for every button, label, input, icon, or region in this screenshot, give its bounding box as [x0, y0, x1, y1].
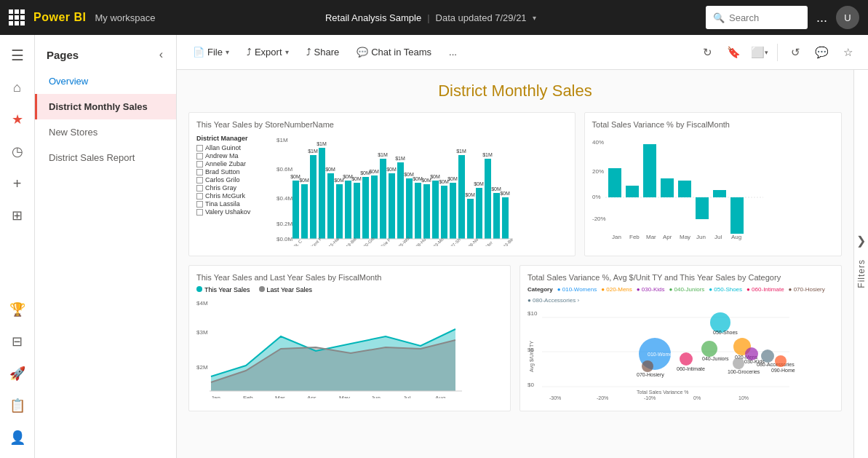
more-options-button[interactable]: ...: [813, 7, 830, 28]
pages-panel: Pages ‹ Overview District Monthly Sales …: [35, 35, 177, 458]
page-item-district-sales[interactable]: District Sales Report: [35, 145, 176, 170]
svg-rect-81: [730, 197, 744, 234]
avatar[interactable]: U: [836, 6, 859, 29]
report-title-bar: Retail Analysis Sample | Data updated 7/…: [164, 12, 697, 23]
topbar-right: 🔍 ... U: [706, 6, 859, 29]
page-item-new-stores[interactable]: New Stores: [35, 119, 176, 145]
toolbar-separator: [777, 44, 778, 61]
file-button[interactable]: 📄 File ▾: [186, 42, 236, 62]
bar-chart-svg: $1M $0.6M $0.4M $0.2M $0.0M $0M $0M: [276, 133, 538, 246]
export-button[interactable]: ⤴ Export ▾: [239, 42, 296, 62]
chat-teams-button[interactable]: 💬 Chat in Teams: [349, 42, 439, 62]
variance-chart-svg: 40% 20% 0% -20%: [592, 133, 767, 246]
svg-text:$0M: $0M: [369, 169, 379, 174]
svg-text:$0.2M: $0.2M: [276, 221, 293, 227]
svg-text:$0M: $0M: [500, 191, 510, 196]
svg-text:$1M: $1M: [395, 156, 405, 161]
svg-rect-11: [319, 148, 325, 239]
report-chevron[interactable]: ▾: [533, 14, 536, 22]
dm-item-3: Brad Sutton: [196, 168, 250, 175]
svg-text:Jul: Jul: [714, 234, 722, 240]
dm-item-8: Valery Ushakov: [196, 208, 250, 216]
dm-item-6: Chris McGurk: [196, 192, 250, 200]
svg-text:050-Shoes: 050-Shoes: [713, 330, 738, 335]
sidebar-item-starred[interactable]: ★: [3, 105, 32, 134]
page-item-district-monthly[interactable]: District Monthly Sales: [35, 94, 176, 119]
svg-text:100-Groceries: 100-Groceries: [728, 369, 760, 374]
sidebar-item-metrics[interactable]: 🏆: [3, 295, 32, 324]
scatter-legend: Category ● 010-Womens ● 020-Mens ● 030-K…: [527, 286, 834, 304]
svg-text:Jan: Jan: [211, 395, 220, 398]
reload-button[interactable]: ↺: [784, 41, 807, 64]
svg-rect-37: [432, 181, 439, 239]
scatter-chart-title: Total Sales Variance %, Avg $/Unit TY an…: [527, 273, 834, 282]
sidebar-nav-toggle[interactable]: ☰: [3, 41, 32, 70]
svg-point-125: [680, 352, 693, 366]
svg-text:Total Sales Variance %: Total Sales Variance %: [637, 390, 688, 395]
svg-rect-79: [696, 197, 709, 219]
line-chart-legend: This Year Sales Last Year Sales: [196, 286, 503, 293]
svg-text:$1M: $1M: [456, 149, 466, 154]
search-box[interactable]: 🔍: [706, 6, 808, 29]
scatter-chart-card: Total Sales Variance %, Avg $/Unit TY an…: [519, 265, 842, 411]
dm-item-2: Annelie Zubar: [196, 160, 250, 167]
bookmark-button[interactable]: 🔖: [722, 41, 745, 64]
svg-text:0%: 0%: [592, 194, 601, 200]
more-button[interactable]: ...: [442, 42, 464, 62]
svg-rect-5: [292, 181, 299, 239]
svg-text:$4M: $4M: [196, 300, 208, 307]
svg-rect-19: [354, 183, 360, 239]
page-item-overview[interactable]: Overview: [35, 68, 176, 94]
svg-rect-39: [441, 186, 447, 239]
report-main-title: District Monthly Sales: [188, 82, 842, 100]
svg-rect-29: [397, 162, 404, 239]
svg-text:Apr: Apr: [307, 395, 316, 398]
svg-point-127: [642, 360, 653, 372]
ty-legend-dot: [196, 286, 202, 292]
svg-text:Mor: Mor: [485, 240, 493, 246]
sidebar-item-learn[interactable]: 📋: [3, 391, 32, 420]
svg-rect-77: [661, 178, 674, 197]
filters-panel-toggle[interactable]: ❯ Filters: [853, 70, 868, 458]
search-input[interactable]: [729, 12, 800, 23]
svg-rect-35: [423, 184, 430, 239]
svg-point-131: [733, 358, 744, 369]
svg-rect-27: [389, 173, 395, 239]
sidebar-item-recent[interactable]: ◷: [3, 137, 32, 166]
svg-rect-74: [608, 168, 621, 197]
svg-rect-7: [301, 184, 308, 239]
export-icon: ⤴: [247, 47, 252, 58]
workspace-name[interactable]: My workspace: [95, 12, 155, 23]
sidebar-item-account[interactable]: 👤: [3, 423, 32, 452]
pages-collapse-button[interactable]: ‹: [158, 47, 164, 63]
sidebar-item-apps[interactable]: ⊞: [3, 201, 32, 230]
favorite-button[interactable]: ☆: [836, 41, 859, 64]
filters-expand-icon: ❯: [856, 234, 866, 248]
svg-rect-15: [336, 184, 343, 239]
refresh-button[interactable]: ↻: [696, 41, 719, 64]
sidebar-item-workspaces[interactable]: ⊟: [3, 327, 32, 356]
view-options-button[interactable]: ⬜▾: [748, 41, 771, 64]
sidebar-item-home[interactable]: ⌂: [3, 73, 32, 102]
sidebar-item-create[interactable]: +: [3, 169, 32, 198]
variance-chart-card: Total Sales Variance % by FiscalMonth 40…: [584, 112, 842, 256]
dm-item-4: Carlos Grilo: [196, 176, 250, 183]
scatter-svg: $10 $5 $0 -30% -20% -10% 0% 10%: [527, 307, 797, 401]
svg-rect-76: [643, 144, 656, 197]
report-canvas: District Monthly Sales This Year Sales b…: [177, 70, 868, 458]
dm-item-5: Chris Gray: [196, 184, 250, 192]
svg-text:Jul: Jul: [403, 395, 410, 398]
svg-text:$0M: $0M: [351, 176, 362, 181]
toolbar: 📄 File ▾ ⤴ Export ▾ ⤴ Share 💬 Chat in Te…: [177, 35, 868, 70]
svg-point-129: [761, 350, 774, 363]
svg-text:$10: $10: [527, 310, 538, 317]
svg-text:-20%: -20%: [592, 216, 606, 222]
svg-text:$1M: $1M: [378, 152, 388, 157]
sidebar-item-deployment[interactable]: 🚀: [3, 359, 32, 388]
share-button[interactable]: ⤴ Share: [299, 42, 347, 62]
svg-text:$0.4M: $0.4M: [276, 195, 293, 202]
comment-button[interactable]: 💬: [810, 41, 833, 64]
app-grid-icon[interactable]: [9, 9, 25, 25]
line-chart-card: This Year Sales and Last Year Sales by F…: [188, 265, 511, 411]
svg-text:-10%: -10%: [644, 395, 656, 400]
